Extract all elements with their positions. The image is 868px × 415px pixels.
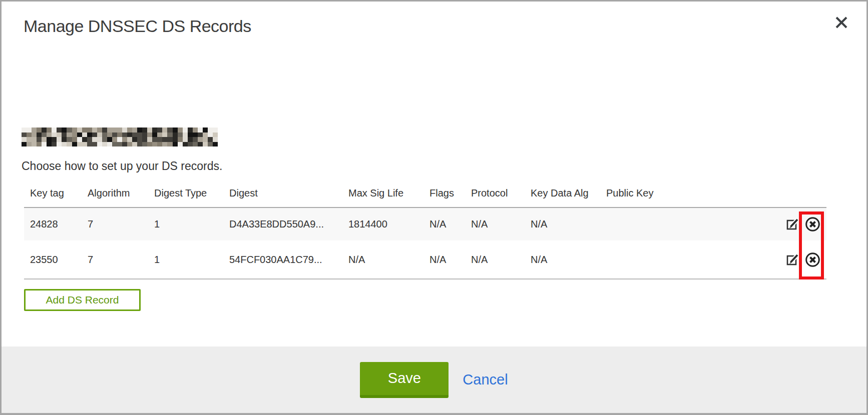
edit-record-button[interactable] — [786, 218, 799, 231]
column-header-public-key: Public Key — [600, 184, 761, 208]
column-header-digest-type: Digest Type — [148, 184, 223, 208]
ds-records-table: Key tag Algorithm Digest Type Digest Max… — [24, 184, 826, 280]
cell-flags: N/A — [423, 208, 465, 240]
table-row: 24828 7 1 D4A33E8DD550A9... 1814400 N/A … — [24, 208, 826, 240]
cell-protocol: N/A — [465, 240, 525, 279]
cell-key-data-alg: N/A — [525, 240, 600, 279]
table-header-row: Key tag Algorithm Digest Type Digest Max… — [24, 184, 826, 208]
cell-key-tag: 24828 — [24, 208, 82, 240]
dialog-footer: Save Cancel — [2, 346, 866, 413]
edit-record-button[interactable] — [786, 253, 799, 266]
dnssec-dialog: Manage DNSSEC DS Records Choose how to s… — [0, 0, 868, 415]
edit-pencil-square-icon — [786, 225, 799, 232]
column-header-key-data-alg: Key Data Alg — [525, 184, 600, 208]
cell-algorithm: 7 — [82, 208, 148, 240]
column-header-protocol: Protocol — [465, 184, 525, 208]
column-header-key-tag: Key tag — [24, 184, 82, 208]
cell-max-sig-life: 1814400 — [342, 208, 423, 240]
cell-digest-type: 1 — [148, 240, 223, 279]
cell-algorithm: 7 — [82, 240, 148, 279]
domain-name-redacted — [22, 128, 218, 146]
cancel-link[interactable]: Cancel — [463, 372, 508, 388]
cell-digest: D4A33E8DD550A9... — [223, 208, 342, 240]
cell-key-data-alg: N/A — [525, 208, 600, 240]
cell-public-key — [600, 240, 761, 279]
column-header-algorithm: Algorithm — [82, 184, 148, 208]
cell-protocol: N/A — [465, 208, 525, 240]
cell-max-sig-life: N/A — [342, 240, 423, 279]
close-icon — [834, 15, 849, 30]
close-button[interactable] — [832, 14, 850, 32]
cell-digest: 54FCF030AA1C79... — [223, 240, 342, 279]
instruction-text: Choose how to set up your DS records. — [22, 160, 222, 173]
page-title: Manage DNSSEC DS Records — [24, 16, 251, 36]
table-row: 23550 7 1 54FCF030AA1C79... N/A N/A N/A … — [24, 240, 826, 279]
save-button[interactable]: Save — [360, 362, 449, 398]
edit-pencil-square-icon — [786, 260, 799, 268]
column-header-max-sig-life: Max Sig Life — [342, 184, 423, 208]
column-header-digest: Digest — [223, 184, 342, 208]
column-header-flags: Flags — [423, 184, 465, 208]
cell-key-tag: 23550 — [24, 240, 82, 279]
cell-public-key — [600, 208, 761, 240]
delete-buttons-highlight-annotation — [799, 212, 824, 280]
cell-flags: N/A — [423, 240, 465, 279]
column-header-actions — [761, 184, 826, 208]
add-ds-record-button[interactable]: Add DS Record — [24, 289, 141, 311]
cell-digest-type: 1 — [148, 208, 223, 240]
